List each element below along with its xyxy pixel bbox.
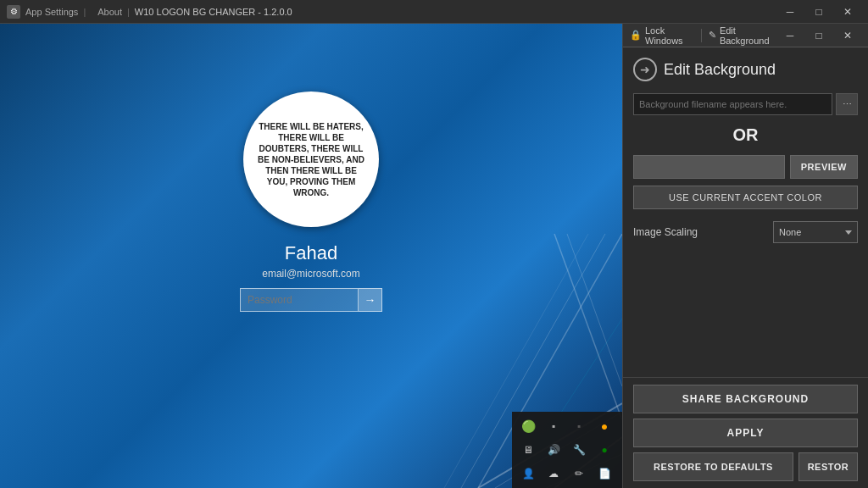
circle-overlay: THERE WILL BE HATERS, THERE WILL BE DOUB… xyxy=(243,92,379,227)
right-close-button[interactable]: ✕ xyxy=(834,27,861,44)
apply-button[interactable]: APPLY xyxy=(633,419,858,447)
back-arrow-icon[interactable]: ➜ xyxy=(633,58,657,81)
user-name: Fahad xyxy=(240,242,382,264)
edit-icon: ✎ xyxy=(709,30,716,41)
app-settings-link[interactable]: App Settings xyxy=(25,7,78,17)
taskbar-icon-speaker[interactable]: 🔊 xyxy=(542,439,565,461)
app-icon: ⚙ xyxy=(7,5,20,19)
svg-line-4 xyxy=(567,234,622,386)
password-submit-arrow[interactable]: → xyxy=(359,288,382,312)
lock-icon: 🔒 xyxy=(630,30,642,41)
edit-bg-header: ➜ Edit Background xyxy=(633,58,858,81)
share-background-button[interactable]: SHARE BACKGROUND xyxy=(633,385,858,413)
separator: | xyxy=(83,7,86,17)
lock-section: 🔒 Lock Windows xyxy=(630,25,694,46)
right-maximize-button[interactable]: □ xyxy=(805,27,832,44)
app-title: W10 LOGON BG CHANGER - 1.2.0.0 xyxy=(135,7,292,17)
password-input[interactable] xyxy=(240,288,359,312)
taskbar-icon-pdf[interactable]: 📄 xyxy=(593,463,615,485)
taskbar-icon-4[interactable]: ● xyxy=(593,415,615,437)
window-controls: ─ □ ✕ xyxy=(776,3,861,20)
password-field: → xyxy=(240,288,382,312)
maximize-button[interactable]: □ xyxy=(805,3,832,20)
edit-bg-tab[interactable]: ✎ Edit Background xyxy=(709,25,776,46)
user-info: Fahad email@microsoft.com → xyxy=(240,242,382,312)
separator2: | xyxy=(127,7,130,17)
header-divider xyxy=(701,29,702,42)
image-scaling-label: Image Scaling xyxy=(633,226,773,238)
minimize-button[interactable]: ─ xyxy=(776,3,804,20)
preview-button[interactable]: PREVIEW xyxy=(790,155,858,179)
edit-bg-content: ➜ Edit Background ⋯ OR PREVIEW USE CURRE… xyxy=(623,47,868,377)
file-path-input[interactable] xyxy=(633,93,832,115)
close-button[interactable]: ✕ xyxy=(834,3,861,20)
taskbar-icon-1[interactable]: 🟢 xyxy=(517,415,539,437)
about-link[interactable]: About xyxy=(97,7,122,17)
taskbar-icon-2[interactable]: ▪ xyxy=(542,415,565,437)
file-input-row: ⋯ xyxy=(633,93,858,115)
main-content: THERE WILL BE HATERS, THERE WILL BE DOUB… xyxy=(0,24,868,488)
accent-color-button[interactable]: USE CURRENT ACCENT COLOR xyxy=(633,186,858,209)
color-preview-row: PREVIEW xyxy=(633,155,858,179)
image-scaling-row: Image Scaling None Fill Fit Stretch Tile… xyxy=(633,221,858,243)
taskbar-icon-cloud[interactable]: ☁ xyxy=(542,463,565,485)
svg-line-3 xyxy=(554,234,622,420)
restore-button[interactable]: RESTOR xyxy=(798,452,858,481)
lock-label: Lock Windows xyxy=(645,25,694,46)
restore-row: RESTORE TO DEFAULTS RESTOR xyxy=(633,452,858,481)
taskbar-overlay: 🟢 ▪ ▪ ● 🖥 🔊 🔧 ● 👤 ☁ ✏ 📄 xyxy=(512,412,622,488)
edit-bg-tab-label: Edit Background xyxy=(720,25,776,46)
right-window-controls: ─ □ ✕ xyxy=(776,27,861,44)
bottom-buttons: SHARE BACKGROUND APPLY RESTORE TO DEFAUL… xyxy=(623,377,868,488)
titlebar: ⚙ App Settings | About | W10 LOGON BG CH… xyxy=(0,0,868,24)
or-divider: OR xyxy=(633,125,858,145)
right-minimize-button[interactable]: ─ xyxy=(776,27,804,44)
taskbar-icon-monitor[interactable]: 🖥 xyxy=(517,439,539,461)
taskbar-icon-3[interactable]: ▪ xyxy=(568,415,590,437)
taskbar-icon-green2[interactable]: ● xyxy=(593,439,615,461)
image-scaling-select[interactable]: None Fill Fit Stretch Tile Center xyxy=(773,221,858,243)
circle-text: THERE WILL BE HATERS, THERE WILL BE DOUB… xyxy=(256,121,366,198)
user-email: email@microsoft.com xyxy=(240,268,382,280)
right-panel: 🔒 Lock Windows ✎ Edit Background ─ □ ✕ ➜… xyxy=(622,24,868,488)
color-picker-box[interactable] xyxy=(633,155,785,179)
file-browse-button[interactable]: ⋯ xyxy=(836,93,858,115)
taskbar-icon-person[interactable]: 👤 xyxy=(517,463,539,485)
taskbar-icon-wrench[interactable]: 🔧 xyxy=(568,439,590,461)
restore-to-defaults-button[interactable]: RESTORE TO DEFAULTS xyxy=(633,452,793,481)
edit-bg-title: Edit Background xyxy=(664,61,776,79)
right-panel-header: 🔒 Lock Windows ✎ Edit Background ─ □ ✕ xyxy=(623,24,868,47)
taskbar-icon-pencil[interactable]: ✏ xyxy=(568,463,590,485)
